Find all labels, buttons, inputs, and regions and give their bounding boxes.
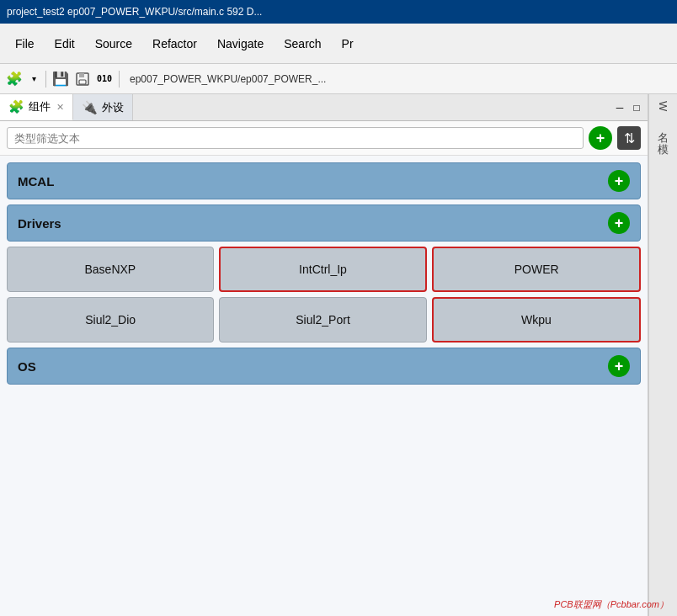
toolbar-separator-1	[45, 71, 46, 88]
menu-edit[interactable]: Edit	[46, 32, 83, 56]
title-bar: project_test2 ep007_POWER_WKPU/src/main.…	[0, 0, 677, 24]
tab-components[interactable]: 🧩 组件 ✕	[0, 94, 73, 120]
menu-source[interactable]: Source	[87, 32, 141, 56]
section-drivers-add-button[interactable]: +	[608, 212, 630, 234]
dropdown-arrow-icon[interactable]: ▾	[27, 72, 40, 86]
component-power[interactable]: POWER	[432, 247, 641, 292]
tab-external[interactable]: 🔌 外设	[73, 94, 133, 120]
section-os-title: OS	[18, 359, 36, 374]
menu-bar: File Edit Source Refactor Navigate Searc…	[0, 24, 677, 64]
section-mcal-header[interactable]: MCAL +	[7, 162, 641, 199]
title-bar-text: project_test2 ep007_POWER_WKPU/src/main.…	[7, 6, 262, 18]
main-area: 🧩 组件 ✕ 🔌 外设 ─ □ + ⇅ MCAL +	[0, 94, 677, 616]
menu-navigate[interactable]: Navigate	[209, 32, 272, 56]
component-toolbar-icon[interactable]: 🧩	[5, 70, 24, 88]
right-panel-item-w[interactable]: W	[657, 101, 669, 111]
component-basenxp[interactable]: BaseNXP	[7, 247, 214, 292]
filter-input[interactable]	[7, 127, 584, 149]
menu-search[interactable]: Search	[275, 32, 329, 56]
binary-icon[interactable]: 010	[95, 70, 114, 88]
add-component-button[interactable]: +	[589, 126, 612, 150]
svg-rect-1	[79, 73, 84, 77]
component-siul2-port[interactable]: Siul2_Port	[219, 297, 426, 343]
section-os-add-button[interactable]: +	[608, 355, 630, 377]
section-mcal-title: MCAL	[18, 174, 54, 189]
section-drivers-title: Drivers	[18, 216, 61, 231]
right-panel: W 名 模	[648, 94, 677, 616]
toolbar-path: ep007_POWER_WKPU/ep007_POWER_...	[130, 73, 326, 85]
menu-pr[interactable]: Pr	[333, 32, 362, 56]
tab-external-label: 外设	[102, 100, 124, 115]
save-all-icon[interactable]	[73, 70, 92, 88]
maximize-icon[interactable]: □	[629, 100, 644, 115]
left-panel: 🧩 组件 ✕ 🔌 外设 ─ □ + ⇅ MCAL +	[0, 94, 648, 616]
external-tab-icon: 🔌	[82, 100, 98, 115]
watermark: PCB联盟网（Pcbbar.com）	[554, 598, 669, 611]
sort-button[interactable]: ⇅	[617, 126, 641, 150]
component-tab-icon: 🧩	[8, 99, 24, 114]
minimize-icon[interactable]: ─	[612, 100, 627, 115]
save-icon[interactable]: 💾	[51, 70, 70, 88]
component-intctrl-ip[interactable]: IntCtrl_Ip	[219, 247, 428, 292]
tab-components-label: 组件	[29, 99, 51, 114]
menu-refactor[interactable]: Refactor	[144, 32, 205, 56]
component-wkpu[interactable]: Wkpu	[432, 297, 641, 343]
tab-bar: 🧩 组件 ✕ 🔌 外设 ─ □	[0, 94, 648, 121]
tab-close-icon[interactable]: ✕	[56, 102, 64, 113]
section-drivers-header[interactable]: Drivers +	[7, 204, 641, 242]
filter-bar: + ⇅	[0, 121, 648, 156]
section-mcal-add-button[interactable]: +	[608, 170, 630, 192]
toolbar: 🧩 ▾ 💾 010 ep007_POWER_WKPU/ep007_POWER_.…	[0, 64, 677, 94]
menu-file[interactable]: File	[7, 32, 43, 56]
drivers-row-1: BaseNXP IntCtrl_Ip POWER	[7, 247, 641, 292]
component-grid: MCAL + Drivers + BaseNXP IntCtrl_Ip POWE…	[0, 156, 648, 616]
section-os-header[interactable]: OS +	[7, 348, 641, 385]
toolbar-separator-2	[119, 71, 120, 88]
svg-rect-2	[79, 80, 86, 84]
drivers-row-2: Siul2_Dio Siul2_Port Wkpu	[7, 297, 641, 343]
component-siul2-dio[interactable]: Siul2_Dio	[7, 297, 214, 343]
